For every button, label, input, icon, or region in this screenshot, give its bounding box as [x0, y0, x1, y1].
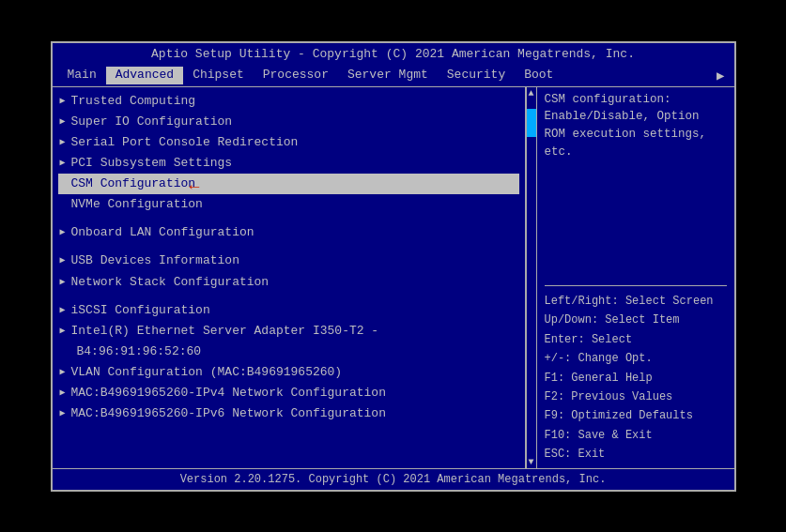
bios-window: Aptio Setup Utility - Copyright (C) 2021… [51, 41, 736, 492]
menu-main[interactable]: Main [58, 67, 106, 84]
spacer-1 [58, 215, 519, 222]
help-line-7: F9: Optimized Defaults [545, 406, 727, 425]
menu-ipv4-config[interactable]: MAC:B49691965260-IPv4 Network Configurat… [58, 383, 519, 403]
desc-line-2: Enable/Disable, Option [545, 108, 727, 126]
title-text: Aptio Setup Utility - Copyright (C) 2021… [151, 47, 635, 61]
footer: Version 2.20.1275. Copyright (C) 2021 Am… [53, 468, 734, 490]
menu-ipv6-config[interactable]: MAC:B49691965260-IPv6 Network Configurat… [58, 403, 519, 424]
desc-line-1: CSM configuration: [545, 91, 727, 109]
menu-pci-subsystem[interactable]: PCI Subsystem Settings [58, 153, 519, 174]
menu-advanced[interactable]: Advanced [106, 67, 183, 84]
menu-trusted-computing[interactable]: Trusted Computing [58, 91, 519, 112]
menu-serial-port[interactable]: Serial Port Console Redirection [58, 132, 519, 153]
help-line-8: F10: Save & Exit [545, 426, 727, 445]
help-line-9: ESC: Exit [545, 445, 727, 464]
menu-boot[interactable]: Boot [515, 67, 563, 84]
menu-security[interactable]: Security [438, 67, 515, 84]
menu-scroll-right-icon: ▶ [713, 67, 728, 84]
menu-vlan-config[interactable]: VLAN Configuration (MAC:B49691965260) [58, 362, 519, 383]
left-panel: Trusted Computing Super IO Configuration… [53, 87, 526, 468]
help-line-4: +/-: Change Opt. [545, 349, 727, 368]
main-content: Trusted Computing Super IO Configuration… [53, 87, 734, 468]
menu-super-io[interactable]: Super IO Configuration [58, 112, 519, 132]
help-line-2: Up/Down: Select Item [545, 311, 727, 329]
menu-bar: Main Advanced Chipset Processor Server M… [53, 65, 734, 87]
help-line-5: F1: General Help [545, 369, 727, 388]
title-bar: Aptio Setup Utility - Copyright (C) 2021… [53, 43, 734, 65]
desc-line-4: etc. [545, 144, 727, 161]
menu-usb-devices[interactable]: USB Devices Information [58, 251, 519, 271]
right-panel-help: Left/Right: Select Screen Up/Down: Selec… [545, 292, 727, 464]
desc-line-3: ROM execution settings, [545, 126, 727, 144]
right-panel-description: CSM configuration: Enable/Disable, Optio… [545, 91, 727, 286]
menu-mac-addr[interactable]: B4:96:91:96:52:60 [58, 342, 519, 362]
help-line-1: Left/Right: Select Screen [545, 292, 727, 311]
menu-iscsi[interactable]: iSCSI Configuration [58, 300, 519, 321]
menu-processor[interactable]: Processor [254, 67, 338, 84]
scrollbar-thumb [527, 109, 536, 137]
menu-nvme-config[interactable]: NVMe Configuration [58, 194, 519, 215]
spacer-3 [58, 293, 519, 300]
spacer-2 [58, 243, 519, 251]
help-line-6: F2: Previous Values [545, 388, 727, 406]
menu-network-stack[interactable]: Network Stack Configuration [58, 272, 519, 293]
scrollbar-up-button[interactable]: ▲ [527, 87, 534, 99]
scrollbar-track [527, 99, 536, 456]
menu-intel-ethernet[interactable]: Intel(R) Ethernet Server Adapter I350-T2… [58, 321, 519, 342]
right-panel: CSM configuration: Enable/Disable, Optio… [537, 87, 734, 468]
help-line-3: Enter: Select [545, 330, 727, 349]
footer-text: Version 2.20.1275. Copyright (C) 2021 Am… [180, 473, 607, 486]
scrollbar-down-button[interactable]: ▼ [527, 456, 534, 468]
menu-chipset[interactable]: Chipset [183, 67, 254, 84]
menu-csm-config[interactable]: CSM Configuration ← [58, 174, 519, 194]
scrollbar[interactable]: ▲ ▼ [526, 87, 537, 468]
menu-onboard-lan[interactable]: Onboard LAN Configuration [58, 222, 519, 243]
menu-server-mgmt[interactable]: Server Mgmt [338, 67, 438, 84]
